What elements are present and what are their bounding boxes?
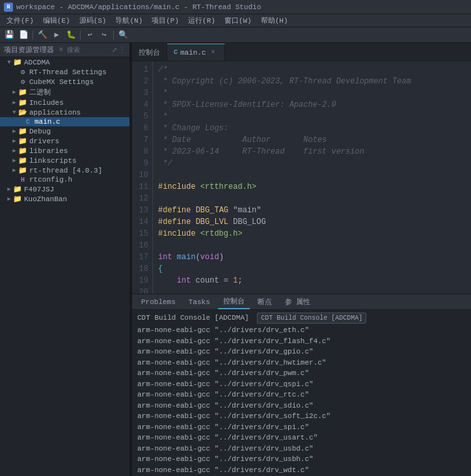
code-line-13: #define DBG_TAG "main" (158, 204, 466, 216)
toolbar-redo[interactable]: ↪ (98, 29, 111, 41)
code-line-17: int main(void) (158, 251, 466, 263)
tree-item-rtconfig_h[interactable]: Hrtconfig.h (0, 175, 129, 184)
title-text: workspace - ADCDMA/applications/main.c -… (16, 3, 261, 11)
toolbar-debug[interactable]: 🐛 (64, 29, 77, 41)
menu-item-F[interactable]: 文件(F) (3, 14, 38, 27)
tree-icon-F407JSJ: 📁 (13, 185, 22, 193)
tree-icon-KuoZhanBan: 📁 (13, 195, 22, 203)
line-number-10: 10 (135, 169, 148, 181)
tree-label-libraries: libraries (29, 147, 68, 155)
toolbar-build[interactable]: 🔨 (36, 29, 49, 41)
line-numbers: 1234567891011121314151617181920212223242… (132, 61, 153, 294)
tree-item-___[interactable]: ▶📁二进制 (0, 87, 129, 98)
menu-item-W[interactable]: 窗口(W) (221, 14, 256, 27)
tree-item-drivers[interactable]: ▶📁drivers (0, 136, 129, 146)
toolbar-undo[interactable]: ↩ (83, 29, 96, 41)
sidebar-menu-icon[interactable]: ⋮ (119, 46, 126, 54)
tree-item-ADCDMA[interactable]: ▼📁ADCDMA (0, 57, 129, 67)
line-number-13: 13 (135, 204, 148, 216)
console-line-8: arm-none-eabi-gcc "../drivers/drv_soft_i… (137, 411, 466, 422)
tree-arrow-linkscripts: ▶ (10, 157, 18, 164)
tree-arrow-ADCDMA: ▼ (5, 59, 13, 66)
code-line-6: * Change Logs: (158, 122, 466, 134)
tree-icon-ADCDMA: 📁 (13, 58, 22, 66)
line-number-12: 12 (135, 193, 148, 204)
toolbar-sep3 (113, 31, 114, 40)
tree-item-F407JSJ[interactable]: ▶📁F407JSJ (0, 184, 129, 194)
tree-item-RT_Thread_Settings[interactable]: ⚙RT-Thread Settings (0, 67, 129, 77)
menu-item-S[interactable]: 源码(S) (75, 14, 111, 27)
tree-arrow-KuoZhanBan: ▶ (5, 195, 13, 203)
line-number-19: 19 (135, 275, 148, 287)
line-number-11: 11 (135, 181, 148, 193)
toolbar-save[interactable]: 💾 (3, 29, 16, 41)
tree-label-___: 二进制 (29, 87, 51, 97)
console-line-9: arm-none-eabi-gcc "../drivers/drv_spi.c" (137, 422, 466, 433)
toolbar-new[interactable]: 📄 (17, 29, 30, 41)
bottom-tab-tasks[interactable]: Tasks (183, 295, 215, 309)
line-number-15: 15 (135, 228, 148, 240)
toolbar-sep1 (33, 31, 33, 40)
tree-item-main_c[interactable]: Cmain.c (0, 117, 129, 126)
title-bar: R workspace - ADCDMA/applications/main.c… (0, 0, 471, 14)
menu-item-H[interactable]: 帮助(H) (257, 14, 292, 27)
code-line-9: */ (158, 158, 466, 169)
code-content[interactable]: /* * Copyright (c) 2006-2023, RT-Thread … (153, 61, 471, 294)
line-number-9: 9 (135, 158, 148, 169)
line-number-1: 1 (135, 64, 148, 76)
tree-item-linkscripts[interactable]: ▶📁linkscripts (0, 156, 129, 165)
tree-item-KuoZhanBan[interactable]: ▶📁KuoZhanBan (0, 194, 129, 204)
menu-item-N[interactable]: 导航(N) (111, 14, 146, 27)
code-editor[interactable]: 1234567891011121314151617181920212223242… (132, 61, 471, 294)
tree-icon-libraries: 📁 (18, 147, 27, 155)
tree-arrow-rt_thread__4_0_3_: ▶ (10, 167, 18, 174)
bottom-tab-problems[interactable]: Problems (136, 295, 181, 309)
main-layout: 项目资源管理器 ≡ 搜索 ⤢ ⋮ ▼📁ADCDMA⚙RT-Thread Sett… (0, 43, 471, 476)
console-line-12: arm-none-eabi-gcc "../drivers/drv_usbh.c… (137, 454, 466, 465)
code-line-1: /* (158, 64, 466, 76)
code-line-8: * 2023-06-14 RT-Thread first version (158, 146, 466, 158)
code-line-16 (158, 240, 466, 251)
tree-label-applications: applications (29, 109, 81, 117)
tree-item-CubeMX_Settings[interactable]: ⚙CubeMX Settings (0, 77, 129, 87)
tree-arrow-applications: ▼ (10, 109, 18, 116)
sidebar-collapse-icon[interactable]: ⤢ (112, 46, 117, 54)
console-line-3: arm-none-eabi-gcc "../drivers/drv_hwtime… (137, 357, 466, 369)
bottom-tab-console[interactable]: 控制台 (218, 295, 250, 309)
tree-item-Includes[interactable]: ▶📁Includes (0, 98, 129, 107)
sidebar-search-label: 搜索 (67, 46, 80, 55)
tree-item-libraries[interactable]: ▶📁libraries (0, 146, 129, 156)
code-line-11: #include <rtthread.h> (158, 181, 466, 193)
menu-item-P[interactable]: 项目(P) (148, 14, 183, 27)
tree-label-Includes: Includes (29, 99, 64, 107)
toolbar-run[interactable]: ▶ (50, 29, 63, 41)
sidebar-header-icons: ⤢ ⋮ (112, 46, 126, 54)
tree-icon-rtconfig_h: H (18, 176, 27, 184)
code-line-12 (158, 193, 466, 204)
menu-item-E[interactable]: 编辑(E) (39, 14, 74, 27)
bottom-tab-breakpoints[interactable]: 断点 (252, 295, 277, 309)
tree-label-Debug: Debug (29, 128, 51, 135)
tab-main-c-close[interactable]: × (209, 48, 218, 57)
console-lines-container: arm-none-eabi-gcc "../drivers/drv_eth.c"… (137, 325, 466, 476)
code-line-3: * (158, 87, 466, 99)
menu-item-R[interactable]: 运行(R) (184, 14, 219, 27)
tree-icon-linkscripts: 📁 (18, 156, 27, 165)
tree-label-KuoZhanBan: KuoZhanBan (24, 195, 67, 203)
tree-item-Debug[interactable]: ▶📁Debug (0, 126, 129, 136)
tree-item-rt_thread__4_0_3_[interactable]: ▶📁rt-thread [4.0.3] (0, 165, 129, 175)
sidebar-tree: ▼📁ADCDMA⚙RT-Thread Settings⚙CubeMX Setti… (0, 57, 129, 204)
console-line-2: arm-none-eabi-gcc "../drivers/drv_gpio.c… (137, 346, 466, 357)
tree-icon-applications: 📂 (18, 108, 27, 117)
sidebar: 项目资源管理器 ≡ 搜索 ⤢ ⋮ ▼📁ADCDMA⚙RT-Thread Sett… (0, 43, 130, 476)
toolbar-search[interactable]: 🔍 (116, 29, 129, 41)
tree-item-applications[interactable]: ▼📂applications (0, 107, 129, 117)
tree-label-RT_Thread_Settings: RT-Thread Settings (29, 68, 107, 76)
tab-console[interactable]: 控制台 (132, 44, 167, 61)
line-number-8: 8 (135, 146, 148, 158)
console-line-13: arm-none-eabi-gcc "../drivers/drv_wdt.c" (137, 465, 466, 476)
bottom-tab-properties[interactable]: 参 属性 (280, 295, 316, 309)
tab-main-c[interactable]: C main.c × (167, 44, 225, 61)
bottom-panel: Problems Tasks 控制台 断点 参 属性 CDT Build Con… (132, 294, 471, 476)
tree-icon-Includes: 📁 (18, 98, 27, 107)
